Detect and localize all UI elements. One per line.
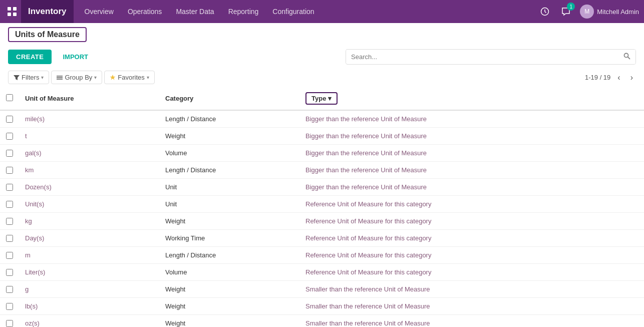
- toolbar: CREATE IMPORT: [0, 46, 644, 68]
- row-category: Weight: [159, 298, 299, 315]
- search-button[interactable]: [618, 50, 635, 64]
- row-uom[interactable]: kg: [19, 213, 159, 230]
- row-checkbox[interactable]: [6, 286, 13, 293]
- groupby-label: Group By: [65, 74, 92, 81]
- main-nav: Overview Operations Master Data Reportin…: [79, 5, 538, 19]
- row-type: Reference Unit of Measure for this categ…: [299, 213, 644, 230]
- row-uom[interactable]: gal(s): [19, 145, 159, 162]
- row-checkbox[interactable]: [6, 167, 13, 174]
- row-type: Reference Unit of Measure for this categ…: [299, 264, 644, 281]
- table-row: Liter(s) Volume Reference Unit of Measur…: [0, 264, 644, 281]
- row-checkbox[interactable]: [6, 201, 13, 208]
- nav-overview[interactable]: Overview: [79, 5, 120, 19]
- row-checkbox-cell: [0, 110, 19, 128]
- row-uom[interactable]: g: [19, 281, 159, 298]
- app-name[interactable]: Inventory: [21, 0, 74, 23]
- row-checkbox[interactable]: [6, 116, 13, 123]
- row-checkbox-cell: [0, 264, 19, 281]
- favorites-button[interactable]: Favorites ▾: [104, 71, 154, 84]
- table-row: lb(s) Weight Smaller than the reference …: [0, 298, 644, 315]
- row-category: Length / Distance: [159, 162, 299, 179]
- favorites-arrow: ▾: [147, 75, 149, 80]
- table-row: t Weight Bigger than the reference Unit …: [0, 128, 644, 145]
- next-page-button[interactable]: ›: [627, 72, 636, 83]
- row-type: Bigger than the reference Unit of Measur…: [299, 110, 644, 128]
- row-uom[interactable]: Unit(s): [19, 196, 159, 213]
- row-checkbox[interactable]: [6, 320, 13, 327]
- table-row: oz(s) Weight Smaller than the reference …: [0, 315, 644, 328]
- table-row: g Weight Smaller than the reference Unit…: [0, 281, 644, 298]
- type-sort-arrow: ▾: [328, 95, 332, 102]
- select-all-checkbox[interactable]: [6, 94, 13, 101]
- row-checkbox-cell: [0, 145, 19, 162]
- row-category: Unit: [159, 179, 299, 196]
- row-category: Volume: [159, 145, 299, 162]
- row-checkbox[interactable]: [6, 252, 13, 259]
- search-input[interactable]: [346, 50, 618, 64]
- row-type: Bigger than the reference Unit of Measur…: [299, 162, 644, 179]
- row-uom[interactable]: oz(s): [19, 315, 159, 328]
- row-checkbox-cell: [0, 196, 19, 213]
- filters-arrow: ▾: [41, 75, 44, 80]
- row-checkbox[interactable]: [6, 269, 13, 276]
- create-button[interactable]: CREATE: [8, 50, 52, 64]
- groupby-button[interactable]: Group By ▾: [51, 71, 102, 84]
- subheader: Units of Measure: [0, 23, 644, 46]
- search-box: [346, 49, 636, 65]
- row-category: Length / Distance: [159, 247, 299, 264]
- header-uom[interactable]: Unit of Measure: [19, 87, 159, 110]
- row-type: Smaller than the reference Unit of Measu…: [299, 281, 644, 298]
- prev-page-button[interactable]: ‹: [614, 72, 623, 83]
- page-title: Units of Measure: [8, 27, 87, 42]
- user-name: Mitchell Admin: [597, 8, 639, 16]
- clock-icon[interactable]: [538, 5, 552, 19]
- row-checkbox[interactable]: [6, 235, 13, 242]
- row-uom[interactable]: Liter(s): [19, 264, 159, 281]
- grid-icon[interactable]: [5, 5, 19, 19]
- row-checkbox-cell: [0, 213, 19, 230]
- row-type: Reference Unit of Measure for this categ…: [299, 196, 644, 213]
- table-row: gal(s) Volume Bigger than the reference …: [0, 145, 644, 162]
- header-checkbox-cell: [0, 87, 19, 110]
- row-checkbox-cell: [0, 281, 19, 298]
- header-category[interactable]: Category: [159, 87, 299, 110]
- row-type: Reference Unit of Measure for this categ…: [299, 247, 644, 264]
- import-button[interactable]: IMPORT: [58, 50, 93, 64]
- table-row: mile(s) Length / Distance Bigger than th…: [0, 110, 644, 128]
- row-checkbox[interactable]: [6, 303, 13, 310]
- header-type: Type ▾: [299, 87, 644, 110]
- row-checkbox[interactable]: [6, 184, 13, 191]
- nav-configuration[interactable]: Configuration: [266, 5, 320, 19]
- filters-button[interactable]: Filters ▾: [8, 71, 49, 84]
- table-row: Unit(s) Unit Reference Unit of Measure f…: [0, 196, 644, 213]
- row-uom[interactable]: lb(s): [19, 298, 159, 315]
- row-category: Weight: [159, 128, 299, 145]
- row-uom[interactable]: km: [19, 162, 159, 179]
- chat-icon[interactable]: 1: [559, 5, 573, 19]
- row-uom[interactable]: m: [19, 247, 159, 264]
- row-category: Volume: [159, 264, 299, 281]
- row-uom[interactable]: t: [19, 128, 159, 145]
- row-category: Weight: [159, 213, 299, 230]
- row-checkbox[interactable]: [6, 133, 13, 140]
- row-uom[interactable]: mile(s): [19, 110, 159, 128]
- user-menu[interactable]: M Mitchell Admin: [580, 5, 639, 19]
- nav-master-data[interactable]: Master Data: [170, 5, 220, 19]
- row-checkbox[interactable]: [6, 218, 13, 225]
- row-type: Bigger than the reference Unit of Measur…: [299, 145, 644, 162]
- nav-reporting[interactable]: Reporting: [222, 5, 265, 19]
- row-checkbox[interactable]: [6, 150, 13, 157]
- groupby-arrow: ▾: [94, 75, 97, 80]
- type-sort-button[interactable]: Type ▾: [305, 92, 338, 105]
- svg-rect-3: [13, 13, 17, 16]
- row-uom[interactable]: Day(s): [19, 230, 159, 247]
- nav-operations[interactable]: Operations: [122, 5, 168, 19]
- svg-rect-0: [8, 7, 11, 11]
- row-uom[interactable]: Dozen(s): [19, 179, 159, 196]
- filters-label: Filters: [22, 74, 39, 81]
- chat-badge: 1: [567, 3, 575, 11]
- table-row: Day(s) Working Time Reference Unit of Me…: [0, 230, 644, 247]
- pagination-info: 1-19 / 19: [585, 74, 610, 81]
- type-column-label: Type: [311, 95, 326, 102]
- row-category: Unit: [159, 196, 299, 213]
